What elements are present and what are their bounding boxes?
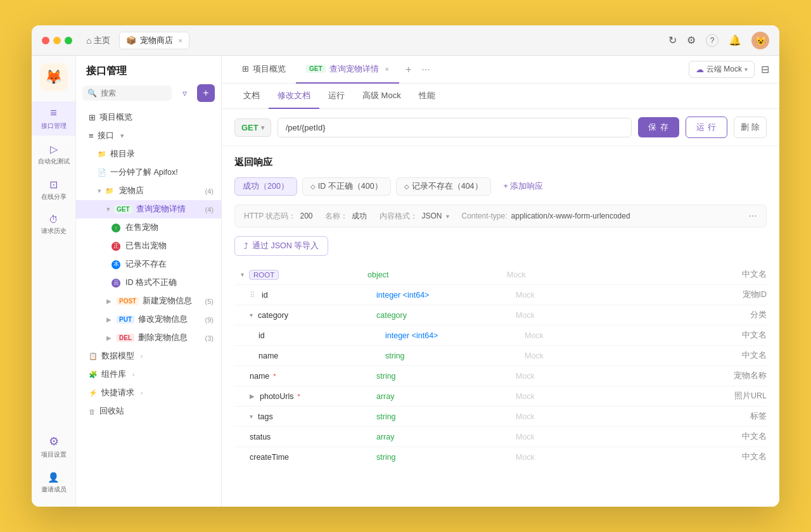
settings-icon[interactable]: ⚙ [687, 34, 696, 46]
search-input[interactable] [101, 89, 167, 98]
expand-photo-icon[interactable]: ▶ [250, 393, 255, 400]
history-icon: ⏱ [49, 214, 58, 225]
tree-item-del-pet[interactable]: ▶ DEL 删除宠物信息 (3) [76, 329, 221, 347]
add-button[interactable]: + [197, 84, 215, 102]
method-get-badge: GET [114, 205, 132, 213]
resp-tab-404[interactable]: ◇ 记录不存在（404） [396, 177, 491, 196]
drag-handle-id[interactable]: ⠿ [250, 291, 255, 300]
tree-item-overview[interactable]: ⊞ 项目概览 [76, 108, 221, 127]
subtab-run[interactable]: 运行 [319, 84, 354, 109]
tree-item-in-sale[interactable]: ↑ 在售宠物 [76, 218, 221, 237]
schema-mock-category-name[interactable]: Mock [525, 352, 588, 360]
tab-get-pet-detail[interactable]: GET 查询宠物详情 × [296, 56, 399, 84]
subtab-edit-doc[interactable]: 修改文档 [269, 84, 319, 109]
layout-toggle-icon[interactable]: ⊟ [761, 63, 769, 75]
panel-title: 接口管理 [76, 56, 221, 84]
sidebar-item-settings[interactable]: ⚙ 项目设置 [32, 429, 75, 464]
tree-item-petshop-folder[interactable]: ▾ 📁 宠物店 (4) [76, 182, 221, 200]
schema-mock-create-time[interactable]: Mock [516, 453, 579, 462]
help-icon[interactable]: ? [706, 34, 718, 47]
tab-close-pet-icon[interactable]: × [385, 65, 389, 73]
maximize-button[interactable] [65, 37, 72, 44]
subtab-doc[interactable]: 文档 [234, 84, 269, 109]
tree-item-root-dir[interactable]: 📁 根目录 [76, 145, 221, 163]
chevron-right-comp: › [132, 371, 134, 378]
run-button[interactable]: 运 行 [686, 117, 728, 138]
subtab-advanced-mock-label: 高级 Mock [362, 90, 401, 101]
schema-row-create-time: createTime string Mock 中文名 [234, 447, 767, 467]
filter-button[interactable]: ▿ [176, 84, 193, 102]
status-more-button[interactable]: ··· [749, 210, 757, 222]
tree-item-get-pet[interactable]: ▾ GET 查询宠物详情 (4) [76, 200, 221, 218]
method-value: GET [241, 123, 259, 132]
schema-type-status: array [376, 433, 516, 441]
tree-item-apifox-doc[interactable]: 📄 一分钟了解 Apifox! [76, 163, 221, 182]
resp-tab-400[interactable]: ◇ ID 不正确（400） [302, 177, 391, 196]
refresh-icon[interactable]: ↻ [668, 34, 677, 46]
not-exist-icon: 本 [112, 260, 120, 269]
tree-item-data-model[interactable]: 📋 数据模型 › [76, 347, 221, 365]
add-response-button[interactable]: + 添加响应 [496, 178, 551, 195]
schema-mock-id[interactable]: Mock [516, 291, 579, 300]
sidebar-item-history[interactable]: ⏱ 请求历史 [32, 209, 75, 241]
tab-petshop[interactable]: 📦 宠物商店 × [119, 32, 189, 49]
sidebar-item-api-management[interactable]: ≡ 接口管理 [32, 101, 75, 136]
add-tab-button[interactable]: + [399, 64, 418, 75]
folder-icon: ≡ [89, 131, 94, 141]
sidebar-item-automation[interactable]: ▷ 自动化测试 [32, 138, 75, 171]
mock-label: 云端 Mock [706, 64, 742, 75]
schema-mock-category-id[interactable]: Mock [525, 331, 588, 340]
del-badge: (3) [205, 334, 214, 342]
tab-project-overview[interactable]: ⊞ 项目概览 [232, 56, 296, 84]
tree-item-put-pet[interactable]: ▶ PUT 修改宠物信息 (9) [76, 310, 221, 329]
tree-item-components[interactable]: 🧩 组件库 › [76, 365, 221, 384]
schema-type-id: integer <int64> [376, 291, 516, 300]
close-button[interactable] [42, 37, 49, 44]
expand-category-icon[interactable]: ▾ [250, 312, 253, 319]
json-chevron-icon[interactable]: ▾ [446, 213, 449, 220]
delete-button[interactable]: 删 除 [734, 117, 767, 138]
quick-req-icon: ⚡ [89, 389, 98, 397]
avatar[interactable]: 😺 [751, 32, 769, 49]
schema-mock-tags[interactable]: Mock [516, 412, 579, 421]
content-format-label: 内容格式： [380, 211, 418, 222]
expand-tags-icon[interactable]: ▾ [250, 413, 253, 420]
sidebar-item-share[interactable]: ⊡ 在线分享 [32, 174, 75, 206]
schema-mock-status[interactable]: Mock [516, 433, 579, 441]
subtab-advanced-mock[interactable]: 高级 Mock [354, 84, 410, 109]
tree-item-quick-req[interactable]: ⚡ 快捷请求 › [76, 384, 221, 402]
more-tabs-button[interactable]: ··· [418, 64, 433, 75]
tree-item-trash[interactable]: 🗑 回收站 [76, 402, 221, 421]
chevron-right-del: ▶ [106, 334, 112, 341]
status-bar: HTTP 状态码： 200 名称： 成功 内容格式： JSON ▾ Conten… [234, 205, 767, 227]
method-select[interactable]: GET ▾ [234, 118, 271, 137]
schema-mock-root[interactable]: Mock [507, 270, 570, 279]
diamond-400-icon: ◇ [310, 183, 316, 190]
quick-req-label: 快捷请求 [101, 388, 134, 398]
subtab-performance[interactable]: 性能 [410, 84, 444, 109]
schema-mock-photo-urls[interactable]: Mock [516, 392, 579, 401]
sidebar-item-invite[interactable]: 👤 邀请成员 [32, 467, 75, 499]
schema-mock-category[interactable]: Mock [516, 311, 579, 320]
subtab-doc-label: 文档 [243, 90, 260, 101]
tree-item-sold[interactable]: 正 已售出宠物 [76, 237, 221, 255]
mock-dropdown[interactable]: ☁ 云端 Mock ▾ [689, 61, 755, 78]
schema-mock-pet-name[interactable]: Mock [516, 372, 579, 381]
tree-item-bad-id[interactable]: 云 ID 格式不正确 [76, 274, 221, 292]
tab-close-icon[interactable]: × [178, 37, 182, 44]
schema-cn-category-name: 中文名 [588, 350, 767, 361]
tab-home[interactable]: ⌂ 主页 [80, 32, 117, 49]
tree-item-api-folder[interactable]: ≡ 接口 ▾ [76, 127, 221, 145]
expand-root-icon[interactable]: ▾ [241, 271, 244, 278]
tree-item-not-exist[interactable]: 本 记录不存在 [76, 255, 221, 274]
schema-cn-status: 中文名 [579, 431, 767, 442]
minimize-button[interactable] [53, 37, 61, 44]
schema-type-create-time: string [376, 453, 516, 462]
schema-field-category-id: id [259, 331, 265, 340]
bell-icon[interactable]: 🔔 [729, 34, 741, 46]
save-button[interactable]: 保 存 [638, 117, 679, 137]
tree-item-post-pet[interactable]: ▶ POST 新建宠物信息 (5) [76, 292, 221, 310]
resp-tab-200[interactable]: 成功（200） [234, 177, 297, 196]
url-input[interactable] [278, 118, 632, 137]
import-json-button[interactable]: ⤴ 通过 JSON 等导入 [234, 236, 328, 256]
